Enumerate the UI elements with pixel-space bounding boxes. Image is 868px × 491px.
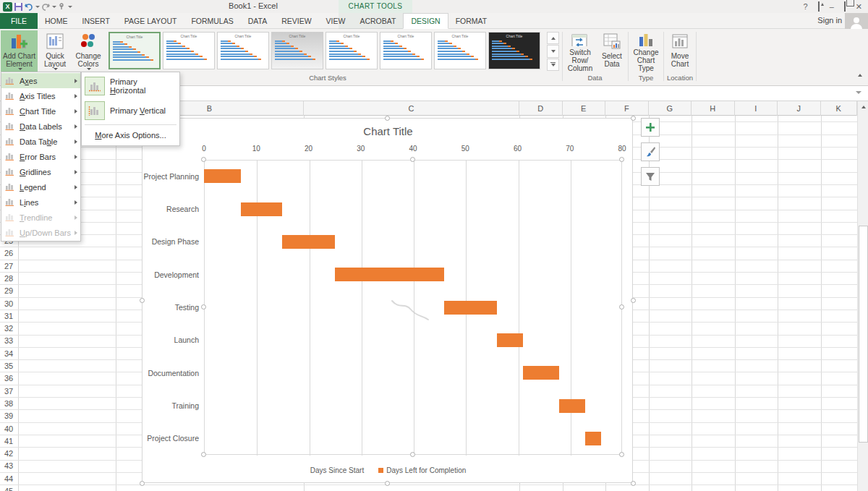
chart-style-thumbnail[interactable]: Chart Title <box>326 32 378 69</box>
row-header-45[interactable]: 45 <box>0 485 17 491</box>
selection-handle[interactable] <box>201 452 206 457</box>
selection-handle[interactable] <box>631 298 636 303</box>
row-header-31[interactable]: 31 <box>0 310 17 323</box>
row-header-33[interactable]: 33 <box>0 335 17 347</box>
submenu-item-primary-horizontal[interactable]: Primary Horizontal <box>82 74 179 98</box>
row-header-28[interactable]: 28 <box>0 273 17 285</box>
selection-handle[interactable] <box>140 298 145 303</box>
selection-handle[interactable] <box>201 304 206 309</box>
gantt-bar-launch[interactable] <box>497 333 523 347</box>
row-header-35[interactable]: 35 <box>0 360 17 372</box>
row-header-36[interactable]: 36 <box>0 372 17 385</box>
gantt-bar-testing[interactable] <box>444 301 496 315</box>
selection-handle[interactable] <box>631 481 636 486</box>
gallery-more-button[interactable] <box>547 59 559 71</box>
minimize-button[interactable]: – <box>830 2 834 11</box>
gantt-bar-project-closure[interactable] <box>585 432 601 445</box>
selection-handle[interactable] <box>385 116 390 121</box>
excel-logo-icon[interactable]: X <box>3 2 12 12</box>
gantt-bar-development[interactable] <box>335 268 445 281</box>
column-header-j[interactable]: J <box>778 101 821 116</box>
column-header-k[interactable]: K <box>821 101 858 116</box>
sign-in-link[interactable]: Sign in <box>817 16 842 25</box>
tab-file[interactable]: FILE <box>0 13 38 29</box>
quick-layout-button[interactable]: Quick Layout <box>39 30 71 72</box>
selection-handle[interactable] <box>631 116 636 121</box>
expand-formula-bar-icon[interactable] <box>856 91 862 95</box>
menu-item-axes[interactable]: Axes <box>1 73 80 88</box>
menu-item-up-down-bars[interactable]: Up/Down Bars <box>1 225 80 240</box>
user-avatar[interactable] <box>845 13 868 29</box>
undo-icon[interactable] <box>25 2 33 11</box>
row-header-40[interactable]: 40 <box>0 423 17 435</box>
chart-styles-button[interactable] <box>641 142 660 161</box>
qat-customize-caret[interactable] <box>68 6 72 8</box>
legend-item[interactable]: Days Left for Completion <box>378 466 466 474</box>
tab-data[interactable]: DATA <box>241 13 274 29</box>
selection-handle[interactable] <box>410 157 415 162</box>
chart-style-thumbnail[interactable]: Chart Title <box>271 32 323 69</box>
select-data-button[interactable]: Select Data <box>597 30 626 72</box>
chart-style-thumbnail[interactable]: Chart Title <box>380 32 432 69</box>
row-header-26[interactable]: 26 <box>0 247 17 260</box>
vertical-scrollbar[interactable] <box>857 101 868 491</box>
tab-acrobat[interactable]: ACROBAT <box>352 13 403 29</box>
chart-legend[interactable]: Days Since StartDays Left for Completion <box>142 466 634 474</box>
move-chart-button[interactable]: Move Chart <box>665 30 695 72</box>
tab-home[interactable]: HOME <box>38 13 75 29</box>
column-header-c[interactable]: C <box>304 101 519 116</box>
submenu-item-primary-vertical[interactable]: Primary Vertical <box>82 98 179 123</box>
selection-handle[interactable] <box>619 304 624 309</box>
switch-row-column-button[interactable]: Switch Row/ Column <box>563 30 597 72</box>
chart-style-thumbnail[interactable]: Chart Title <box>163 32 215 69</box>
row-header-39[interactable]: 39 <box>0 410 17 422</box>
row-header-43[interactable]: 43 <box>0 460 17 472</box>
selection-handle[interactable] <box>410 452 415 457</box>
row-header-32[interactable]: 32 <box>0 323 17 335</box>
touch-mode-icon[interactable] <box>58 2 66 11</box>
row-header-44[interactable]: 44 <box>0 473 17 485</box>
tab-page-layout[interactable]: PAGE LAYOUT <box>117 13 184 29</box>
tab-design[interactable]: DESIGN <box>403 13 448 29</box>
tab-view[interactable]: VIEW <box>319 13 353 29</box>
gantt-bar-training[interactable] <box>559 399 585 413</box>
menu-item-error-bars[interactable]: Error Bars <box>1 149 80 164</box>
gantt-bar-documentation[interactable] <box>523 366 560 380</box>
chart-style-thumbnail[interactable]: Chart Title <box>217 32 269 69</box>
menu-item-data-table[interactable]: Data Table <box>1 134 80 149</box>
tab-formulas[interactable]: FORMULAS <box>184 13 240 29</box>
menu-item-gridlines[interactable]: Gridlines <box>1 164 80 179</box>
row-header-42[interactable]: 42 <box>0 448 17 460</box>
change-chart-type-button[interactable]: Change Chart Type <box>629 30 663 72</box>
chart-style-thumbnail[interactable]: Chart Title <box>488 32 540 69</box>
row-header-27[interactable]: 27 <box>0 260 17 273</box>
column-header-d[interactable]: D <box>519 101 563 116</box>
row-header-37[interactable]: 37 <box>0 385 17 398</box>
row-header-34[interactable]: 34 <box>0 348 17 360</box>
chart-area[interactable]: Chart Title 01020304050607080 Project Pl… <box>142 118 633 483</box>
chart-title[interactable]: Chart Title <box>142 125 634 137</box>
chart-style-thumbnail[interactable]: Chart Title <box>109 32 161 69</box>
gallery-scroll-up-button[interactable] <box>547 32 559 44</box>
chart-filters-button[interactable] <box>641 167 660 186</box>
menu-item-trendline[interactable]: Trendline <box>1 210 80 225</box>
column-header-f[interactable]: F <box>605 101 649 116</box>
column-header-h[interactable]: H <box>692 101 735 116</box>
row-header-30[interactable]: 30 <box>0 298 17 310</box>
menu-item-lines[interactable]: Lines <box>1 195 80 210</box>
chart-elements-button[interactable] <box>641 118 660 137</box>
selection-handle[interactable] <box>140 481 145 486</box>
gallery-scroll-down-button[interactable] <box>547 45 559 57</box>
menu-item-legend[interactable]: Legend <box>1 179 80 195</box>
column-header-i[interactable]: I <box>735 101 778 116</box>
save-icon[interactable] <box>14 2 23 12</box>
gantt-bar-design-phase[interactable] <box>282 235 334 249</box>
gantt-bar-project-planning[interactable] <box>204 169 241 183</box>
gantt-bar-research[interactable] <box>241 202 283 216</box>
add-chart-element-button[interactable]: Add Chart Element <box>1 30 38 72</box>
legend-item[interactable]: Days Since Start <box>310 466 364 474</box>
selection-handle[interactable] <box>385 481 390 486</box>
redo-caret[interactable] <box>52 6 56 8</box>
undo-caret[interactable] <box>35 6 40 8</box>
tab-insert[interactable]: INSERT <box>75 13 117 29</box>
